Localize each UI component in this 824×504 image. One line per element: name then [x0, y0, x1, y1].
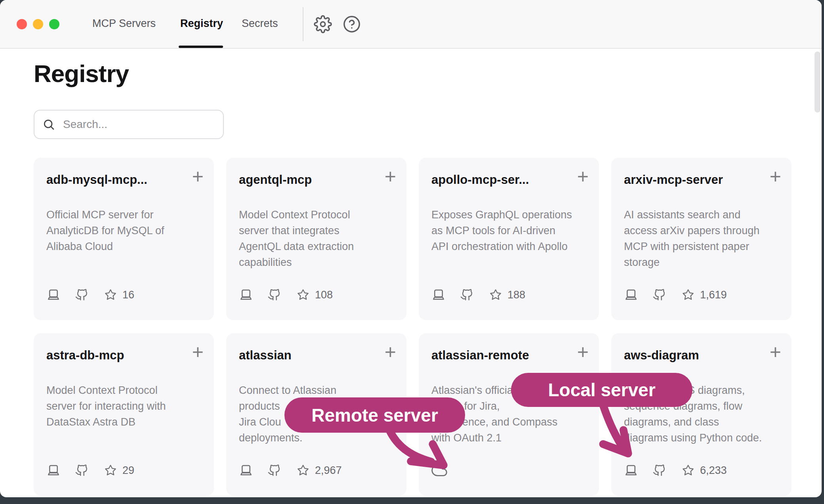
search-icon: [42, 118, 55, 131]
card-description: Official MCP server forAnalyticDB for My…: [46, 207, 164, 270]
card-title: apollo-mcp-ser...: [431, 173, 529, 187]
laptop-icon: [239, 463, 253, 477]
laptop-icon: [46, 463, 61, 477]
add-server-button[interactable]: +: [192, 338, 204, 366]
github-icon: [267, 288, 281, 302]
star-count: 2,967: [315, 464, 342, 477]
remote-server-callout: Remote server: [284, 397, 465, 433]
github-icon: [652, 288, 666, 302]
star-count: 1,619: [700, 289, 727, 301]
laptop-icon: [431, 288, 446, 302]
laptop-icon: [624, 288, 638, 302]
gear-icon[interactable]: [314, 15, 332, 33]
github-icon: [75, 464, 88, 477]
star-count: 6,233: [700, 464, 727, 477]
add-server-button[interactable]: +: [192, 162, 204, 190]
traffic-light-zoom[interactable]: [49, 19, 59, 29]
vertical-scrollbar-thumb[interactable]: [814, 52, 820, 113]
local-server-callout: Local server: [511, 373, 692, 407]
card-title: atlassian: [239, 348, 292, 363]
card-aws-diagram[interactable]: aws-diagram + Generate AWS diagrams,sequ…: [611, 333, 792, 496]
card-title: aws-diagram: [624, 348, 699, 363]
star-count: 16: [122, 289, 134, 301]
star-icon: [104, 288, 117, 301]
add-server-button[interactable]: +: [577, 338, 589, 366]
cloud-icon: [431, 462, 447, 478]
page-title: Registry: [34, 59, 129, 88]
card-astra-db-mcp[interactable]: astra-db-mcp + Model Context Protocolser…: [34, 333, 214, 496]
add-server-button[interactable]: +: [385, 162, 396, 190]
card-description: Model Context Protocolserver that integr…: [239, 207, 354, 270]
star-icon: [297, 464, 309, 477]
star-count: 108: [315, 289, 333, 301]
add-server-button[interactable]: +: [385, 338, 396, 366]
app-window: MCP Servers Registry Secrets Registry ad…: [0, 0, 822, 497]
search-box[interactable]: [34, 110, 224, 139]
card-arxiv-mcp-server[interactable]: arxiv-mcp-server + AI assistants search …: [611, 158, 792, 320]
card-adb-mysql-mcp[interactable]: adb-mysql-mcp... + Official MCP server f…: [34, 158, 214, 320]
card-description: Exposes GraphQL operationsas MCP tools f…: [431, 207, 572, 270]
star-count: 188: [507, 289, 525, 301]
traffic-light-close[interactable]: [17, 19, 27, 29]
card-title: adb-mysql-mcp...: [46, 173, 147, 187]
laptop-icon: [239, 288, 253, 302]
card-description: Model Context Protocolserver for interac…: [46, 382, 166, 446]
card-description: AI assistants search andaccess arXiv pap…: [624, 207, 759, 270]
tab-secrets[interactable]: Secrets: [242, 17, 278, 30]
tab-mcp-servers[interactable]: MCP Servers: [92, 17, 156, 30]
star-icon: [682, 464, 694, 477]
toolbar-divider: [303, 7, 303, 41]
laptop-icon: [624, 463, 638, 477]
card-title: astra-db-mcp: [46, 348, 124, 363]
titlebar: MCP Servers Registry Secrets: [0, 0, 822, 49]
search-input[interactable]: [62, 118, 213, 131]
help-icon[interactable]: [343, 15, 361, 33]
card-title: arxiv-mcp-server: [624, 173, 723, 187]
star-icon: [297, 288, 309, 301]
add-server-button[interactable]: +: [770, 338, 781, 366]
star-count: 29: [122, 464, 134, 477]
add-server-button[interactable]: +: [577, 162, 589, 190]
github-icon: [652, 464, 666, 477]
tab-registry[interactable]: Registry: [180, 17, 223, 30]
add-server-button[interactable]: +: [770, 162, 781, 190]
github-icon: [75, 288, 88, 302]
card-title: agentql-mcp: [239, 173, 312, 187]
star-icon: [489, 288, 502, 301]
active-tab-underline: [179, 46, 223, 48]
laptop-icon: [46, 288, 61, 302]
traffic-light-minimize[interactable]: [33, 19, 43, 29]
star-icon: [682, 288, 694, 301]
card-agentql-mcp[interactable]: agentql-mcp + Model Context Protocolserv…: [226, 158, 406, 320]
star-icon: [104, 464, 117, 477]
github-icon: [267, 464, 281, 477]
github-icon: [460, 288, 473, 302]
card-title: atlassian-remote: [431, 348, 529, 363]
card-apollo-mcp-server[interactable]: apollo-mcp-ser... + Exposes GraphQL oper…: [419, 158, 599, 320]
